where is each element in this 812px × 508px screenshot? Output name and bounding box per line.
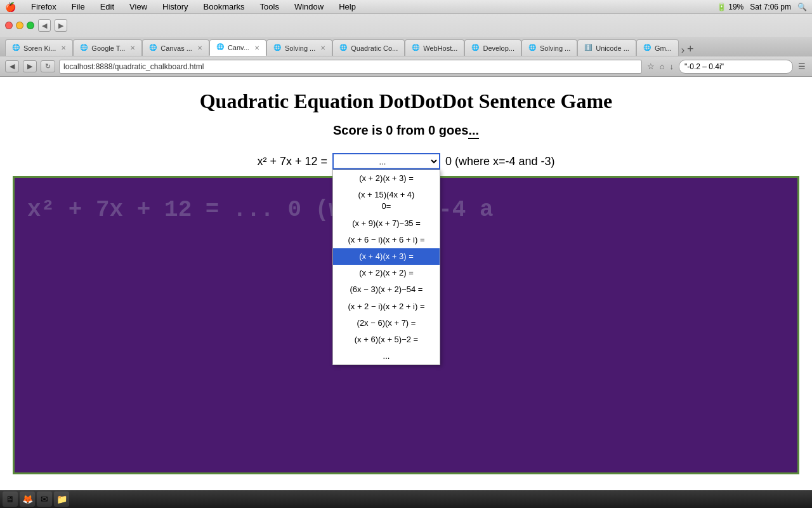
minimize-window-button[interactable]	[16, 22, 23, 29]
home-icon[interactable]: ⌂	[658, 60, 666, 72]
tab-favicon: 🌐	[339, 44, 348, 53]
tab-favicon: 🌐	[471, 44, 480, 53]
download-icon[interactable]: ↓	[669, 60, 676, 72]
menu-bar: 🍎 Firefox File Edit View History Bookmar…	[0, 0, 812, 14]
equation-select[interactable]: ...	[332, 153, 440, 170]
menu-help[interactable]: Help	[336, 1, 358, 12]
tab-favicon: 🌐	[216, 43, 225, 52]
tab-favicon: 🌐	[643, 44, 652, 53]
tabs-bar: 🌐 Soren Ki... ✕ 🌐 Google T... ✕ 🌐 Canvas…	[0, 37, 812, 56]
menu-history[interactable]: History	[160, 1, 190, 12]
tab-quadratic[interactable]: 🌐 Quadratic Co...	[332, 39, 405, 56]
bookmark-icon[interactable]: ☆	[646, 60, 656, 72]
equation-suffix: 0 (where x=-4 and -3)	[445, 155, 555, 168]
tab-label: Solving ...	[285, 44, 315, 52]
tab-favicon: 🌐	[412, 44, 421, 53]
dropdown-option-4[interactable]: (x + 6 − i)(x + 6 + i) =	[333, 232, 440, 248]
dropdown-popup: (x + 2)(x + 3) = (x + 15)(4x + 4)0= (x +…	[332, 170, 440, 365]
forward-button[interactable]: ▶	[55, 19, 67, 32]
tab-solving1[interactable]: 🌐 Solving ... ✕	[266, 39, 332, 56]
search-field[interactable]	[679, 60, 793, 74]
tab-close-icon[interactable]: ✕	[61, 44, 66, 51]
menu-bar-right: 🔋 19% Sat 7:06 pm 🔍	[717, 3, 807, 11]
tab-label: Canv...	[228, 44, 249, 51]
tab-label: Soren Ki...	[23, 44, 56, 52]
tab-canvas1[interactable]: 🌐 Canvas ... ✕	[142, 39, 209, 56]
dropdown-option-10[interactable]: (x + 6)(x + 5)−2 =	[333, 331, 440, 348]
clock: Sat 7:06 pm	[750, 3, 791, 11]
menu-view[interactable]: View	[127, 1, 150, 12]
tab-soren[interactable]: 🌐 Soren Ki... ✕	[5, 39, 73, 56]
tab-favicon: 🌐	[528, 44, 537, 53]
tab-solving2[interactable]: 🌐 Solving ...	[521, 39, 577, 56]
dropdown-option-1[interactable]: (x + 2)(x + 3) =	[333, 170, 440, 187]
dropdown-option-5[interactable]: (x + 4)(x + 3) =	[333, 248, 440, 265]
spotlight-icon[interactable]: 🔍	[797, 3, 807, 11]
forward-nav-button[interactable]: ▶	[23, 60, 37, 72]
tab-label: Gm...	[655, 44, 672, 52]
taskbar-icon-finder[interactable]: 🖥	[3, 491, 18, 507]
tab-webhost[interactable]: 🌐 WebHost...	[405, 39, 464, 56]
tab-google[interactable]: 🌐 Google T... ✕	[73, 39, 142, 56]
tab-favicon: 🌐	[149, 44, 158, 53]
tab-label: Unicode ...	[596, 44, 629, 52]
tab-unicode[interactable]: ℹ️ Unicode ...	[577, 39, 636, 56]
page-content: Quadratic Equation DotDotDot Sentence Ga…	[0, 77, 812, 487]
tab-close-icon[interactable]: ✕	[320, 44, 325, 51]
new-tab-button[interactable]: +	[687, 43, 694, 56]
tab-favicon: 🌐	[80, 44, 89, 53]
equation-prefix: x² + 7x + 12 =	[257, 155, 327, 168]
dropdown-option-6[interactable]: (x + 2)(x + 2) =	[333, 265, 440, 281]
menu-tools[interactable]: Tools	[258, 1, 282, 12]
tab-close-icon[interactable]: ✕	[254, 44, 259, 51]
back-button[interactable]: ◀	[38, 19, 51, 32]
score-dots: ...	[468, 123, 479, 139]
menu-edit[interactable]: Edit	[98, 1, 117, 12]
reload-button[interactable]: ↻	[41, 60, 55, 72]
equation-line: x² + 7x + 12 = ... (x + 2)(x + 3) = (x +…	[13, 153, 799, 170]
tab-favicon: 🌐	[273, 44, 282, 53]
score-text: Score is 0 from 0 goes...	[333, 123, 479, 139]
tab-favicon: ℹ️	[584, 44, 593, 53]
taskbar-icon-mail[interactable]: ✉	[37, 491, 52, 507]
menu-icon[interactable]: ☰	[797, 60, 807, 72]
tab-develop[interactable]: 🌐 Develop...	[464, 39, 521, 56]
close-window-button[interactable]	[5, 22, 13, 29]
page-title: Quadratic Equation DotDotDot Sentence Ga…	[13, 90, 799, 113]
tab-close-icon[interactable]: ✕	[197, 44, 202, 51]
dropdown-option-2[interactable]: (x + 15)(4x + 4)0=	[333, 187, 440, 215]
battery-status: 🔋 19%	[717, 3, 743, 11]
tab-canvas-active[interactable]: 🌐 Canv... ✕	[209, 39, 266, 56]
tab-label: Quadratic Co...	[351, 44, 398, 52]
tab-label: Develop...	[483, 44, 514, 52]
taskbar-icon-folder[interactable]: 📁	[54, 491, 69, 507]
tab-label: WebHost...	[423, 44, 457, 52]
tab-label: Google T...	[91, 44, 125, 52]
dropdown-container: ... (x + 2)(x + 3) = (x + 15)(4x + 4)0= …	[332, 153, 440, 170]
menu-window[interactable]: Window	[292, 1, 326, 12]
address-bar: ◀ ▶ ↻ ☆ ⌂ ↓ ☰	[0, 56, 812, 76]
tab-label: Solving ...	[540, 44, 570, 52]
menu-file[interactable]: File	[69, 1, 88, 12]
taskbar-icon-firefox[interactable]: 🦊	[20, 491, 35, 507]
browser-chrome: ◀ ▶ 🌐 Soren Ki... ✕ 🌐 Google T... ✕ 🌐 Ca…	[0, 14, 812, 77]
tab-close-icon[interactable]: ✕	[130, 44, 135, 51]
browser-toolbar: ◀ ▶	[0, 14, 812, 37]
dropdown-option-9[interactable]: (2x − 6)(x + 7) =	[333, 315, 440, 331]
score-line: Score is 0 from 0 goes...	[13, 123, 799, 138]
tab-overflow-button[interactable]: ›	[681, 44, 684, 56]
dropdown-option-7[interactable]: (6x − 3)(x + 2)−54 =	[333, 281, 440, 298]
url-field[interactable]	[59, 60, 642, 74]
maximize-window-button[interactable]	[27, 22, 34, 29]
apple-menu[interactable]: 🍎	[5, 2, 16, 12]
dropdown-option-ellipsis[interactable]: ...	[333, 348, 440, 364]
dropdown-option-3[interactable]: (x + 9)(x + 7)−35 =	[333, 215, 440, 232]
back-nav-button[interactable]: ◀	[5, 60, 19, 72]
menu-bookmarks[interactable]: Bookmarks	[201, 1, 247, 12]
menu-firefox[interactable]: Firefox	[29, 1, 59, 12]
tab-label: Canvas ...	[160, 44, 192, 52]
tab-gmail[interactable]: 🌐 Gm...	[636, 39, 679, 56]
dropdown-option-8[interactable]: (x + 2 − i)(x + 2 + i) =	[333, 298, 440, 315]
traffic-lights	[5, 22, 34, 29]
tab-favicon: 🌐	[12, 44, 21, 53]
